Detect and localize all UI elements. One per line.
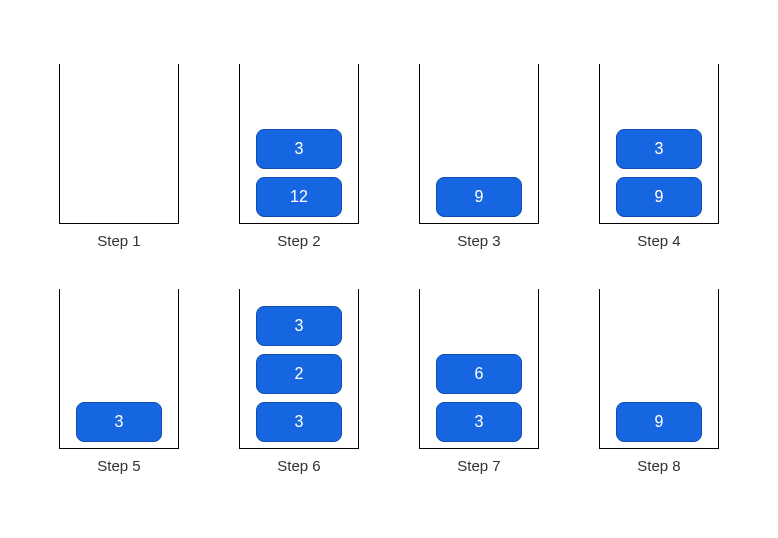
- step-2: 123Step 2: [239, 64, 359, 249]
- stack-block: 3: [256, 129, 342, 169]
- stack-block: 3: [256, 306, 342, 346]
- stack-block: 9: [436, 177, 522, 217]
- stack-container: 93: [599, 64, 719, 224]
- step-6: 323Step 6: [239, 289, 359, 474]
- stack-container: 9: [599, 289, 719, 449]
- stack-container: 9: [419, 64, 539, 224]
- stack-block: 12: [256, 177, 342, 217]
- step-5: 3Step 5: [59, 289, 179, 474]
- step-3: 9Step 3: [419, 64, 539, 249]
- stack-block: 3: [76, 402, 162, 442]
- stack-block: 9: [616, 402, 702, 442]
- stack-container: [59, 64, 179, 224]
- stack-block: 3: [436, 402, 522, 442]
- step-label: Step 8: [637, 457, 680, 474]
- stack-container: 123: [239, 64, 359, 224]
- stack-block: 2: [256, 354, 342, 394]
- steps-row-2: 3Step 5323Step 636Step 79Step 8: [59, 289, 719, 474]
- stack-container: 323: [239, 289, 359, 449]
- step-label: Step 4: [637, 232, 680, 249]
- step-label: Step 7: [457, 457, 500, 474]
- step-4: 93Step 4: [599, 64, 719, 249]
- step-label: Step 2: [277, 232, 320, 249]
- stack-block: 3: [616, 129, 702, 169]
- stack-block: 6: [436, 354, 522, 394]
- steps-row-1: Step 1123Step 29Step 393Step 4: [59, 64, 719, 249]
- step-1: Step 1: [59, 64, 179, 249]
- stack-block: 9: [616, 177, 702, 217]
- step-label: Step 3: [457, 232, 500, 249]
- step-8: 9Step 8: [599, 289, 719, 474]
- stack-block: 3: [256, 402, 342, 442]
- step-7: 36Step 7: [419, 289, 539, 474]
- stack-container: 3: [59, 289, 179, 449]
- stack-container: 36: [419, 289, 539, 449]
- step-label: Step 5: [97, 457, 140, 474]
- step-label: Step 6: [277, 457, 320, 474]
- step-label: Step 1: [97, 232, 140, 249]
